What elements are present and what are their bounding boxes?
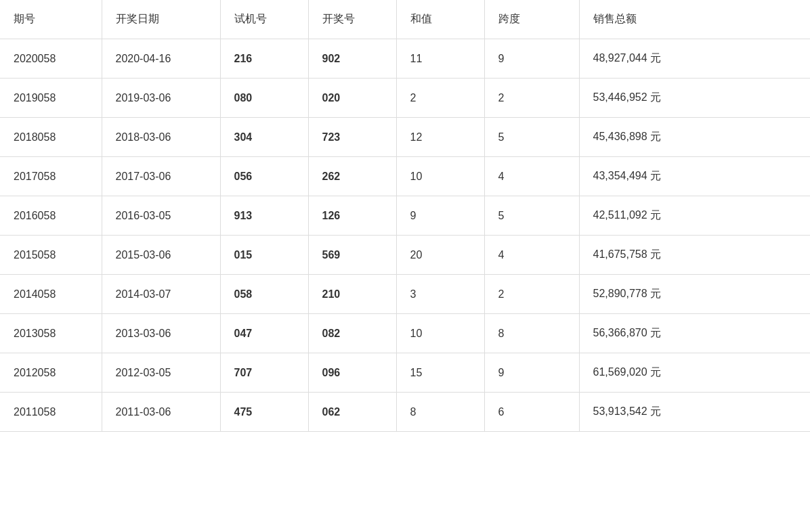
cell-kaijangriqi: 2011-03-06 <box>102 393 220 432</box>
cell-kuadu: 9 <box>484 39 579 79</box>
cell-hezhi: 10 <box>396 157 484 196</box>
cell-shijihao: 047 <box>220 314 308 353</box>
cell-kaijangriqi: 2020-04-16 <box>102 39 220 79</box>
cell-hezhi: 10 <box>396 314 484 353</box>
cell-kuadu: 4 <box>484 236 579 275</box>
cell-xiaoshouzonge: 41,675,758 元 <box>579 236 810 275</box>
cell-kaijangriqi: 2015-03-06 <box>102 236 220 275</box>
cell-kaijianghao: 723 <box>308 118 396 157</box>
cell-kuadu: 4 <box>484 157 579 196</box>
table-row: 20170582017-03-0605626210443,354,494 元 <box>0 157 810 196</box>
cell-kaijianghao: 262 <box>308 157 396 196</box>
cell-xiaoshouzonge: 42,511,092 元 <box>579 196 810 236</box>
cell-kaijangriqi: 2017-03-06 <box>102 157 220 196</box>
cell-hezhi: 11 <box>396 39 484 79</box>
cell-kaijangriqi: 2018-03-06 <box>102 118 220 157</box>
cell-kuadu: 8 <box>484 314 579 353</box>
cell-kaijianghao: 126 <box>308 196 396 236</box>
cell-qihao: 2012058 <box>0 353 102 393</box>
header-shijihao: 试机号 <box>220 0 308 39</box>
cell-qihao: 2011058 <box>0 393 102 432</box>
cell-kaijianghao: 082 <box>308 314 396 353</box>
table-row: 20200582020-04-1621690211948,927,044 元 <box>0 39 810 79</box>
cell-kuadu: 2 <box>484 275 579 314</box>
cell-qihao: 2019058 <box>0 79 102 118</box>
cell-hezhi: 12 <box>396 118 484 157</box>
cell-kuadu: 9 <box>484 353 579 393</box>
cell-kaijianghao: 569 <box>308 236 396 275</box>
cell-hezhi: 2 <box>396 79 484 118</box>
table-row: 20190582019-03-060800202253,446,952 元 <box>0 79 810 118</box>
cell-qihao: 2015058 <box>0 236 102 275</box>
cell-shijihao: 475 <box>220 393 308 432</box>
table-row: 20110582011-03-064750628653,913,542 元 <box>0 393 810 432</box>
cell-xiaoshouzonge: 53,913,542 元 <box>579 393 810 432</box>
cell-shijihao: 058 <box>220 275 308 314</box>
cell-qihao: 2014058 <box>0 275 102 314</box>
cell-kaijianghao: 062 <box>308 393 396 432</box>
cell-kuadu: 6 <box>484 393 579 432</box>
table-row: 20130582013-03-0604708210856,366,870 元 <box>0 314 810 353</box>
cell-xiaoshouzonge: 48,927,044 元 <box>579 39 810 79</box>
table-row: 20120582012-03-0570709615961,569,020 元 <box>0 353 810 393</box>
cell-shijihao: 080 <box>220 79 308 118</box>
cell-shijihao: 707 <box>220 353 308 393</box>
cell-hezhi: 3 <box>396 275 484 314</box>
cell-xiaoshouzonge: 43,354,494 元 <box>579 157 810 196</box>
header-kaijangriqi: 开奖日期 <box>102 0 220 39</box>
cell-hezhi: 20 <box>396 236 484 275</box>
cell-kaijianghao: 902 <box>308 39 396 79</box>
cell-xiaoshouzonge: 61,569,020 元 <box>579 353 810 393</box>
header-hezhi: 和值 <box>396 0 484 39</box>
cell-shijihao: 913 <box>220 196 308 236</box>
header-kuadu: 跨度 <box>484 0 579 39</box>
header-xiaoshouzonge: 销售总额 <box>579 0 810 39</box>
table-header-row: 期号 开奖日期 试机号 开奖号 和值 跨度 销售总额 <box>0 0 810 39</box>
cell-xiaoshouzonge: 53,446,952 元 <box>579 79 810 118</box>
cell-shijihao: 304 <box>220 118 308 157</box>
header-qihao: 期号 <box>0 0 102 39</box>
header-kaijianghao: 开奖号 <box>308 0 396 39</box>
cell-kaijianghao: 210 <box>308 275 396 314</box>
cell-qihao: 2018058 <box>0 118 102 157</box>
cell-kaijangriqi: 2019-03-06 <box>102 79 220 118</box>
cell-hezhi: 9 <box>396 196 484 236</box>
cell-qihao: 2017058 <box>0 157 102 196</box>
cell-xiaoshouzonge: 52,890,778 元 <box>579 275 810 314</box>
cell-kuadu: 5 <box>484 196 579 236</box>
cell-shijihao: 216 <box>220 39 308 79</box>
cell-qihao: 2016058 <box>0 196 102 236</box>
cell-shijihao: 056 <box>220 157 308 196</box>
cell-qihao: 2020058 <box>0 39 102 79</box>
table-row: 20140582014-03-070582103252,890,778 元 <box>0 275 810 314</box>
cell-kaijangriqi: 2016-03-05 <box>102 196 220 236</box>
cell-kaijangriqi: 2013-03-06 <box>102 314 220 353</box>
table-row: 20180582018-03-0630472312545,436,898 元 <box>0 118 810 157</box>
cell-kaijangriqi: 2012-03-05 <box>102 353 220 393</box>
lottery-table: 期号 开奖日期 试机号 开奖号 和值 跨度 销售总额 20200582020-0… <box>0 0 810 432</box>
cell-kaijianghao: 020 <box>308 79 396 118</box>
cell-kuadu: 5 <box>484 118 579 157</box>
cell-qihao: 2013058 <box>0 314 102 353</box>
main-container: 期号 开奖日期 试机号 开奖号 和值 跨度 销售总额 20200582020-0… <box>0 0 810 532</box>
cell-kaijianghao: 096 <box>308 353 396 393</box>
cell-kaijangriqi: 2014-03-07 <box>102 275 220 314</box>
table-row: 20150582015-03-0601556920441,675,758 元 <box>0 236 810 275</box>
cell-hezhi: 8 <box>396 393 484 432</box>
cell-shijihao: 015 <box>220 236 308 275</box>
table-row: 20160582016-03-059131269542,511,092 元 <box>0 196 810 236</box>
cell-hezhi: 15 <box>396 353 484 393</box>
cell-xiaoshouzonge: 45,436,898 元 <box>579 118 810 157</box>
cell-kuadu: 2 <box>484 79 579 118</box>
cell-xiaoshouzonge: 56,366,870 元 <box>579 314 810 353</box>
